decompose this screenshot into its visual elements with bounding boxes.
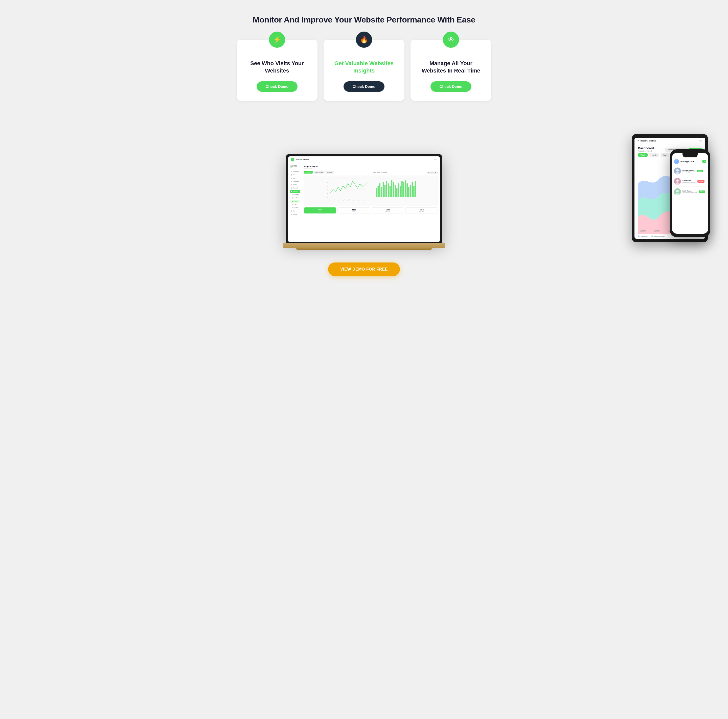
phone-topbar: Manage User + bbox=[674, 159, 706, 164]
db-avatar: R bbox=[291, 158, 294, 162]
laptop-body: R Rapadiya Infotech ⚙ EN ANALYTICSGO Das… bbox=[286, 154, 442, 250]
phone-user-menu-2[interactable]: ⋮ bbox=[707, 180, 708, 183]
svg-point-55 bbox=[676, 169, 679, 171]
phone-user-info-2: Satiya Silva jdcone15@sitream.com bbox=[682, 180, 696, 183]
card1-check-demo-button[interactable]: Check Demo bbox=[257, 81, 298, 92]
svg-rect-38 bbox=[396, 188, 398, 197]
db-business-selector[interactable]: Business ▼ bbox=[427, 171, 438, 174]
phone-device: Manage User + bbox=[670, 149, 710, 237]
tablet-company: Rapadiya Infotech bbox=[641, 140, 656, 142]
stat-sessions-value: 2675 bbox=[305, 209, 335, 211]
phone-user-menu-3[interactable]: ⋮ bbox=[708, 191, 708, 193]
laptop-foot bbox=[296, 248, 432, 250]
svg-rect-40 bbox=[400, 186, 401, 197]
tablet-device: ☰ Rapadiya Infotech ⚙ EN Dashboard Rapad… bbox=[632, 134, 708, 242]
phone-body: Manage User + bbox=[670, 149, 710, 237]
svg-text:01/05: 01/05 bbox=[338, 199, 340, 202]
tablet-dashboard-sub: Rapadiya Infotech bbox=[638, 150, 654, 152]
phone-user-menu-1[interactable]: ⋮ bbox=[705, 170, 708, 172]
svg-rect-43 bbox=[405, 180, 406, 197]
svg-text:01/15: 01/15 bbox=[362, 199, 364, 202]
sidebar-item-widget[interactable]: Widget bbox=[290, 183, 300, 186]
tab-exit-page[interactable]: Exit Page bbox=[326, 171, 334, 174]
sidebar-item-custom[interactable]: Custom bbox=[290, 206, 300, 209]
stat-pageviews: 4272 page views bbox=[405, 208, 438, 214]
phone-user-item-1: Richard Atkinson keanulthe@gmail.com Act… bbox=[674, 166, 706, 176]
svg-rect-42 bbox=[403, 182, 404, 197]
phone-add-user-button[interactable]: + bbox=[702, 160, 706, 163]
legend-returning-visitor-dot bbox=[652, 235, 653, 237]
sidebar-item-quickview[interactable]: Quick View bbox=[290, 180, 300, 183]
card-insights: 🔥 Get Valuable Websites Insights Check D… bbox=[324, 40, 404, 101]
phone-ui: Manage User + bbox=[672, 153, 708, 234]
phone-user-info-3: Buffy Walker accountse@example.com bbox=[682, 190, 697, 193]
card3-icon-wrapper: 👁 bbox=[443, 32, 459, 48]
stat-starts: 3222 starts bbox=[338, 208, 370, 214]
sidebar-item-dashboard[interactable]: Dashboard bbox=[290, 170, 300, 173]
legend-new-visitor-label: New Visitor bbox=[641, 236, 648, 237]
legend-returning-visitor: Returning Visitor bbox=[652, 235, 665, 237]
sidebar-item-pages[interactable]: Pages bbox=[290, 200, 300, 203]
svg-rect-33 bbox=[388, 183, 389, 197]
db-date-range: 01/01/2020 - 01/31/2020 bbox=[373, 172, 387, 174]
sidebar-item-analytics[interactable]: Analytics bbox=[290, 190, 300, 193]
stat-pageviews-label: page views bbox=[407, 211, 436, 212]
phone-user-status-2: Banned bbox=[697, 180, 705, 183]
sidebar-item-plan[interactable]: Plan bbox=[290, 210, 300, 212]
svg-point-61 bbox=[676, 190, 679, 192]
tab-landing-page[interactable]: Landing Page bbox=[314, 171, 324, 174]
svg-rect-39 bbox=[398, 183, 399, 197]
card2-icon-wrapper: 🔥 bbox=[356, 32, 372, 48]
tab-week[interactable]: Week bbox=[638, 153, 648, 157]
phone-user-avatar bbox=[674, 159, 679, 164]
db-logo: ANALYTICSGO bbox=[290, 165, 300, 168]
phone-user-item-2: Satiya Silva jdcone15@sitream.com Banned… bbox=[674, 176, 706, 187]
svg-rect-27 bbox=[378, 186, 379, 197]
svg-rect-46 bbox=[410, 185, 411, 197]
svg-text:70: 70 bbox=[327, 182, 328, 183]
sidebar-item-role[interactable]: Role bbox=[290, 177, 300, 180]
svg-text:30: 30 bbox=[327, 197, 328, 198]
sidebar-item-audience[interactable]: Audience bbox=[290, 197, 300, 199]
svg-rect-49 bbox=[415, 181, 416, 197]
card2-check-demo-button[interactable]: Check Demo bbox=[344, 81, 385, 92]
legend-returning-visitor-label: Returning Visitor bbox=[654, 236, 665, 237]
sidebar-item-channel[interactable]: Channel bbox=[290, 193, 300, 196]
phone-user-email-1: keanulthe@gmail.com bbox=[682, 171, 695, 172]
feature-cards-row: ⚡ See Who Visits Your Websites Check Dem… bbox=[10, 40, 718, 101]
card-manage: 👁 Manage All Your Websites In Real Time … bbox=[410, 40, 491, 101]
svg-text:01/07: 01/07 bbox=[343, 199, 345, 202]
laptop-device: R Rapadiya Infotech ⚙ EN ANALYTICSGO Das… bbox=[286, 154, 442, 250]
svg-rect-30 bbox=[383, 182, 384, 197]
view-demo-button[interactable]: VIEW DEMO FOR FREE bbox=[328, 263, 400, 276]
db-company-name: Rapadiya Infotech bbox=[296, 159, 309, 160]
card3-check-demo-button[interactable]: Check Demo bbox=[430, 81, 472, 92]
svg-rect-45 bbox=[408, 187, 410, 197]
db-tabs: Page Hits Landing Page Exit Page bbox=[304, 171, 334, 174]
tab-page-hits[interactable]: Page Hits bbox=[304, 171, 313, 174]
tab-year[interactable]: Year bbox=[661, 153, 669, 157]
svg-rect-48 bbox=[413, 186, 414, 197]
sidebar-item-user[interactable]: User bbox=[290, 174, 300, 176]
db-main-area: ANALYTICSGO Dashboard User Role Quick Vi… bbox=[288, 163, 440, 242]
phone-user-status-3: Active bbox=[699, 191, 705, 193]
stat-sessions-label: sessions bbox=[305, 211, 335, 212]
phone-screen: Manage User + bbox=[672, 153, 708, 234]
svg-rect-26 bbox=[376, 188, 377, 197]
sidebar-item-settings[interactable]: Settings bbox=[290, 213, 300, 216]
fire-icon: 🔥 bbox=[360, 36, 368, 44]
phone-user-item-3: Buffy Walker accountse@example.com Activ… bbox=[674, 187, 706, 197]
stat-hours-label: total hours bbox=[373, 211, 402, 212]
sidebar-item-standard[interactable]: Standard bbox=[290, 187, 300, 189]
svg-rect-37 bbox=[395, 185, 396, 197]
svg-rect-47 bbox=[411, 182, 413, 197]
svg-text:Sunday: Sunday bbox=[640, 229, 646, 232]
svg-text:80: 80 bbox=[327, 179, 328, 180]
phone-user-avatar-2 bbox=[674, 178, 681, 185]
db-content-sub: Page Analytics bbox=[304, 168, 438, 169]
sidebar-item-seo[interactable]: SEO bbox=[290, 203, 300, 206]
phone-user-avatar-3 bbox=[674, 188, 681, 195]
db-topbar: R Rapadiya Infotech ⚙ EN bbox=[288, 156, 440, 163]
tab-month[interactable]: Month bbox=[649, 153, 659, 157]
cta-section: VIEW DEMO FOR FREE bbox=[10, 263, 718, 276]
